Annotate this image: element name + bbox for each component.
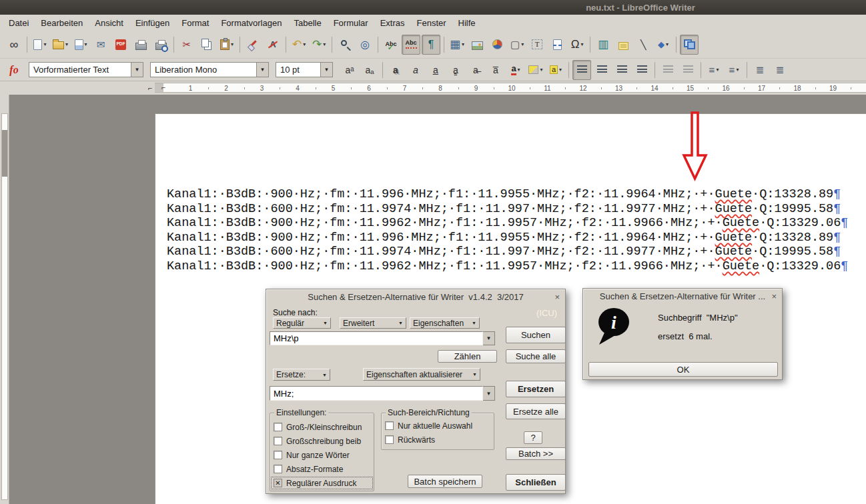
basic-shapes-dropdown-arrow[interactable]: ▾ [666, 41, 669, 47]
new-document-button[interactable]: ▾ [31, 35, 49, 55]
insert-page-break-button[interactable] [548, 35, 566, 55]
replace-dropdown[interactable]: Ersetze:▼ [273, 369, 330, 381]
insert-text-frame-button[interactable]: T [528, 35, 546, 55]
double-underline-button[interactable]: a̳ [446, 60, 465, 80]
document-line[interactable]: Kanal1:·B3dB:·600·Hz;·fm:·11.9974·MHz;·f… [167, 245, 848, 259]
clear-formatting-button[interactable]: A [264, 35, 282, 55]
insert-textbox-button[interactable]: ▢▾ [508, 35, 526, 55]
properties-dropdown[interactable]: Eigenschaften▼ [410, 317, 480, 329]
document-line[interactable]: Kanal1:·B3dB:·900·Hz;·fm:·11.996·MHz;·f1… [167, 231, 848, 245]
close-icon[interactable]: × [554, 293, 560, 301]
insert-image-button[interactable] [468, 35, 486, 55]
print-button[interactable] [131, 35, 150, 55]
save-button[interactable]: ▾ [71, 35, 90, 55]
search-term-combo[interactable]: ▼ [270, 331, 495, 345]
decrease-indent-button[interactable]: ≣ [771, 60, 789, 80]
insert-chart-button[interactable] [488, 35, 506, 55]
clone-formatting-button[interactable] [244, 35, 262, 55]
undo-button[interactable]: ↶▾ [290, 35, 308, 55]
checkbox-row[interactable]: Absatz-Formate [270, 462, 374, 476]
highlighting-color-dropdown-arrow[interactable]: ▾ [540, 67, 542, 73]
checkbox-row[interactable]: Großschreibung beib [270, 434, 374, 448]
menu-bearbeiten[interactable]: Bearbeiten [35, 16, 89, 30]
font-color-button[interactable]: a▾ [506, 60, 525, 80]
count-button[interactable]: Zählen [438, 350, 497, 363]
new-document-dropdown-arrow[interactable]: ▾ [43, 41, 46, 47]
insert-special-character-button[interactable]: Ω▾ [568, 35, 586, 55]
chevron-down-icon[interactable]: ▼ [483, 331, 495, 345]
search-button[interactable]: Suchen [506, 327, 566, 343]
paste-button[interactable]: ▾ [218, 35, 236, 55]
char-background-dropdown-arrow[interactable]: ▾ [559, 67, 562, 73]
font-color-dropdown-arrow[interactable]: ▾ [518, 67, 520, 73]
close-button[interactable]: Schließen [506, 474, 566, 491]
insert-section-button[interactable]: ▥ [594, 35, 612, 55]
navigator-button[interactable]: ◎ [356, 35, 374, 55]
align-right-button[interactable] [612, 60, 631, 80]
line-spacing-button[interactable] [659, 60, 677, 80]
document-line[interactable]: Kanal1:·B3dB:·900·Hz;·fm:·11.9962·MHz;·f… [167, 259, 848, 274]
regular-dropdown[interactable]: Regulär▼ [273, 317, 331, 329]
align-center-button[interactable] [592, 60, 611, 80]
menu-hilfe[interactable]: Hilfe [452, 16, 482, 30]
menu-format[interactable]: Format [175, 16, 215, 30]
horizontal-ruler[interactable]: ⌐ ⌐ 12345678910111213141516171819 [0, 81, 866, 95]
alt-find-replace-extension-button[interactable]: fo [5, 60, 23, 80]
ordered-list-dropdown-arrow[interactable]: ▾ [736, 67, 739, 73]
search-term-input[interactable] [270, 331, 483, 345]
cut-button[interactable]: ✂ [177, 35, 196, 55]
paste-dropdown-arrow[interactable]: ▾ [231, 41, 234, 47]
checkbox-row[interactable]: Rückwärts [382, 433, 494, 447]
batch-button[interactable]: Batch >> [506, 447, 566, 460]
help-button[interactable]: ? [524, 431, 542, 444]
replace-term-combo[interactable]: ▼ [270, 386, 495, 401]
insert-line-button[interactable]: ╲ [634, 35, 653, 55]
batch-save-button[interactable]: Batch speichern [408, 475, 482, 488]
ordered-list-button[interactable]: ≡▾ [725, 60, 743, 80]
export-pdf-button[interactable]: PDF [111, 35, 130, 55]
undo-dropdown-arrow[interactable]: ▾ [303, 41, 306, 47]
properties-update-dropdown[interactable]: Eigenschaften aktualisierer▼ [363, 368, 480, 381]
spelling-button[interactable]: Abc [382, 35, 400, 55]
search-all-button[interactable]: Suche alle [506, 349, 566, 363]
italic-button[interactable]: a [406, 60, 425, 80]
unordered-list-button[interactable]: ≡▾ [705, 60, 723, 80]
align-left-button[interactable] [572, 60, 591, 80]
document-line[interactable]: Kanal1:·B3dB:·900·Hz;·fm:·11.996·MHz;·f1… [167, 187, 848, 202]
menu-fenster[interactable]: Fenster [411, 16, 452, 30]
chevron-down-icon[interactable]: ▼ [483, 386, 495, 401]
menu-formular[interactable]: Formular [328, 16, 374, 30]
left-indent-marker[interactable]: ⌐ [161, 83, 165, 91]
checkbox[interactable] [274, 423, 282, 431]
paragraph-spacing-button[interactable] [679, 60, 697, 80]
checkbox-row[interactable]: Groß-/Kleinschreibun [270, 420, 374, 434]
close-icon[interactable]: × [771, 292, 777, 301]
increase-indent-button[interactable]: ≣ [751, 60, 769, 80]
justify-button[interactable] [632, 60, 651, 80]
checkbox-row[interactable]: Nur aktuelle Auswahl [382, 419, 494, 433]
menu-extras[interactable]: Extras [374, 16, 411, 30]
subscript-button[interactable]: aₐ [360, 60, 379, 80]
insert-textbox-dropdown-arrow[interactable]: ▾ [521, 41, 524, 47]
tab-type-selector[interactable]: ⌐ [148, 84, 152, 92]
chevron-down-icon[interactable]: ▼ [256, 63, 268, 77]
show-draw-functions-button[interactable] [680, 35, 699, 55]
open-button[interactable]: ▾ [51, 35, 70, 55]
menu-datei[interactable]: Datei [3, 16, 35, 30]
insert-table-button[interactable]: ▦▾ [448, 35, 466, 55]
checkbox[interactable] [274, 437, 282, 445]
checkbox[interactable] [274, 465, 282, 473]
document-line[interactable]: Kanal1:·B3dB:·600·Hz;·fm:·11.9974·MHz;·f… [167, 202, 848, 217]
superscript-button[interactable]: aᵃ [340, 60, 359, 80]
email-document-button[interactable]: ✉ [91, 35, 110, 55]
find-button[interactable] [336, 35, 354, 55]
checkbox[interactable] [385, 421, 394, 430]
find-replace-binoculars-button[interactable]: ∞ [5, 35, 23, 55]
menu-tabelle[interactable]: Tabelle [288, 16, 327, 30]
redo-dropdown-arrow[interactable]: ▾ [323, 41, 326, 47]
checkbox-row[interactable]: ✕Regulärer Ausdruck [270, 476, 374, 490]
paragraph-style-combo[interactable]: Vorformatierter Text ▼ [29, 62, 143, 77]
overline-button[interactable]: a̅ [486, 60, 505, 80]
checkbox-row[interactable]: Nur ganze Wörter [270, 448, 374, 462]
highlighting-color-button[interactable]: ▾ [526, 60, 545, 80]
